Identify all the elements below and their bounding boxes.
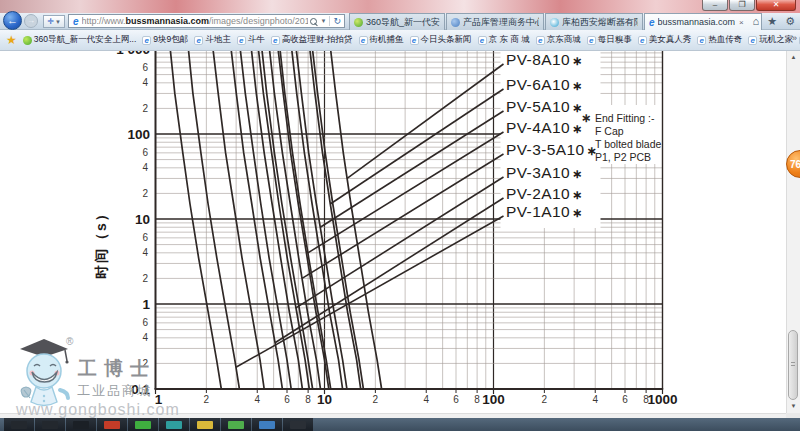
y-minor-tick-label: 2 (142, 103, 148, 114)
app-icon (166, 421, 182, 429)
minimize-button[interactable]: – (702, 0, 728, 11)
legend-line: End Fitting :- (595, 112, 655, 124)
favorites-star-icon[interactable]: ★ (767, 15, 777, 28)
tab-close-icon[interactable]: × (739, 18, 744, 27)
search-icon[interactable] (310, 18, 317, 25)
y-minor-tick-label: 2 (142, 188, 148, 199)
tab-1[interactable]: 360导航_新一代安全上... (349, 13, 445, 30)
x-minor-tick-label: 2 (373, 394, 379, 405)
favorite-item[interactable]: e斗地主 (194, 34, 231, 46)
url-text[interactable]: http://www.bussmannasia.com/images/desig… (82, 16, 308, 26)
home-icon[interactable]: ⌂ (753, 15, 760, 28)
legend-marker: ∗ (581, 111, 591, 125)
tab-favicon (550, 18, 559, 27)
favorite-item[interactable]: e高收益理财-拍拍贷 (271, 34, 353, 46)
x-minor-tick-label: 6 (622, 394, 628, 405)
taskbar-app-icon[interactable] (283, 418, 313, 431)
y-minor-tick-label: 2 (142, 358, 148, 369)
forward-button[interactable]: → (24, 14, 38, 28)
gear-icon[interactable]: ⚙ (785, 15, 795, 28)
x-minor-tick-label: 4 (254, 394, 260, 405)
favorite-item[interactable]: e9块9包邮 (142, 34, 188, 46)
y-tick-label: 10 (135, 212, 150, 227)
ie-page-icon: e (536, 36, 545, 45)
app-icon (11, 421, 27, 429)
y-tick-label: 0.1 (131, 382, 150, 397)
favorite-item[interactable]: e玩机之家 (748, 34, 793, 46)
app-icon (135, 421, 151, 429)
y-minor-tick-label: 4 (142, 247, 148, 258)
y-minor-tick-label: 4 (142, 77, 148, 88)
ie-page-icon: e (410, 36, 419, 45)
chevron-down-icon[interactable]: ▼ (321, 18, 327, 24)
favorite-item[interactable]: e斗牛 (237, 34, 265, 46)
tab-favicon (451, 18, 460, 27)
taskbar-app-icon[interactable] (221, 418, 251, 431)
tab-3[interactable]: 库柏西安熔断器有限公... (545, 13, 643, 30)
window-titlebar-glass (0, 0, 800, 13)
vertical-scrollbar[interactable]: ▲ ▼ (786, 51, 800, 413)
addon-button[interactable]: ✛ ▼ (43, 15, 65, 28)
tab-4[interactable]: ebussmannasia.com× (644, 13, 762, 30)
x-minor-tick-label: 8 (643, 394, 649, 405)
app-icon (290, 421, 306, 429)
favorite-label: 9块9包邮 (153, 34, 188, 46)
favorite-item[interactable]: e街机捕鱼 (359, 34, 404, 46)
x-minor-tick-label: 8 (474, 394, 480, 405)
favorite-item[interactable]: e美女真人秀 (638, 34, 692, 46)
taskbar-app-icon[interactable] (35, 418, 65, 431)
y-minor-tick-label: 6 (142, 62, 148, 73)
vertical-scrollbar-thumb[interactable] (788, 330, 798, 400)
ie-page-icon: e (748, 36, 757, 45)
favorites-star-icon[interactable]: ★ (6, 33, 17, 47)
favorite-label: 京 东 商 城 (489, 34, 530, 46)
favorite-item[interactable]: 360导航_新一代安全上网... (23, 34, 137, 46)
address-bar[interactable]: e http://www.bussmannasia.com/images/des… (68, 14, 345, 28)
favorite-item[interactable]: e京东商城 (536, 34, 581, 46)
favorite-item[interactable]: e热血传奇 (697, 34, 742, 46)
legend-line: F Cap (595, 125, 624, 137)
x-tick-label: 1 (155, 392, 163, 407)
taskbar-app-icon[interactable] (97, 418, 127, 431)
fuse-curves (168, 51, 382, 389)
taskbar-app-icon[interactable] (159, 418, 189, 431)
taskbar-app-icon[interactable] (128, 418, 158, 431)
close-button[interactable]: ✕ (756, 0, 796, 11)
ie-page-icon: e (73, 16, 79, 27)
tab-favicon (354, 18, 363, 27)
taskbar-app-icon[interactable] (252, 418, 282, 431)
scroll-down-icon[interactable]: ▼ (787, 400, 800, 413)
refresh-icon[interactable]: ↻ (333, 16, 341, 26)
favorites-overflow-chevron[interactable]: » (792, 33, 797, 43)
favorite-label: 斗牛 (248, 34, 265, 46)
ie-page-icon: e (194, 36, 203, 45)
x-minor-tick-label: 2 (204, 394, 210, 405)
y-minor-tick-label: 6 (142, 232, 148, 243)
favorite-item[interactable]: e每日糗事 (587, 34, 632, 46)
taskbar-app-icon[interactable] (4, 418, 34, 431)
favorite-label: 360导航_新一代安全上网... (34, 34, 137, 46)
app-icon (42, 421, 58, 429)
maximize-button[interactable]: ❐ (729, 0, 755, 11)
tab-2[interactable]: 产品库管理商务中心 [... (446, 13, 544, 30)
y-minor-tick-label: 6 (142, 147, 148, 158)
tab-favicon: e (649, 17, 655, 28)
ie-page-icon: e (638, 36, 647, 45)
tab-label: bussmannasia.com (658, 17, 736, 27)
legend-line: P1, P2 PCB (595, 151, 651, 163)
divider (329, 16, 330, 26)
y-minor-tick-label: 4 (142, 162, 148, 173)
curve-label-PV-3-5A10: PV-3-5A10∗ (506, 141, 597, 158)
y-tick-label: 100 (127, 127, 150, 142)
ie-page-icon: e (237, 36, 246, 45)
favorite-item[interactable]: e京 东 商 城 (478, 34, 530, 46)
favorite-label: 美女真人秀 (649, 34, 692, 46)
taskbar-app-icon[interactable] (190, 418, 220, 431)
toolbar-icons: ⌂ ★ ⚙ (753, 15, 795, 28)
favorite-label: 街机捕鱼 (370, 34, 404, 46)
ie-page-icon: e (142, 36, 151, 45)
favorite-item[interactable]: e今日头条新闻 (410, 34, 472, 46)
taskbar-app-icon[interactable] (66, 418, 96, 431)
back-button[interactable]: ← (3, 11, 22, 30)
scroll-up-icon[interactable]: ▲ (787, 51, 800, 64)
